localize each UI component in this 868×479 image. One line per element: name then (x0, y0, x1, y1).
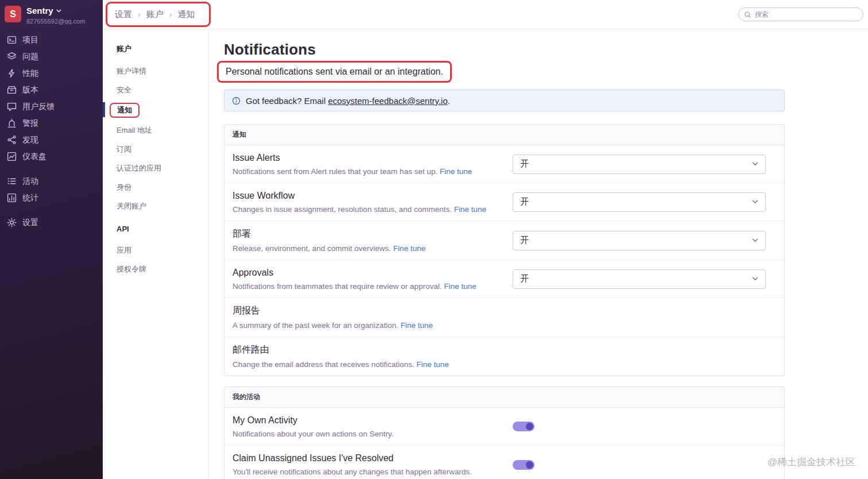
sidebar-item-discover[interactable]: 发现 (0, 132, 103, 148)
row-weekly-reports: 周报告 A summary of the past week for an or… (224, 298, 784, 337)
feedback-icon (7, 102, 17, 111)
sidebar-item-alerts[interactable]: 警报 (0, 115, 103, 132)
row-description: Notifications from teammates that requir… (232, 282, 499, 291)
select-value: 开 (520, 273, 529, 284)
settings-nav: 账户 账户详情 安全 通知 Email 地址 订阅 认证过的应用 身份 关闭账户… (103, 29, 209, 479)
breadcrumb-notifications[interactable]: 通知 (177, 9, 195, 20)
fine-tune-link[interactable]: Fine tune (416, 360, 448, 369)
primary-sidebar: S Sentry 827655592@qq.com 项目 问题 性能 版本 (0, 0, 103, 479)
row-my-own-activity: My Own Activity Notifications about your… (224, 408, 784, 446)
sidebar-item-activity[interactable]: 活动 (0, 173, 103, 190)
issue-alerts-select[interactable]: 开 (513, 154, 766, 174)
row-deploy: 部署 Release, environment, and commit over… (224, 221, 784, 260)
sidebar-item-projects[interactable]: 项目 (0, 32, 103, 48)
select-value: 开 (520, 196, 529, 207)
row-description: Release, environment, and commit overvie… (232, 244, 499, 253)
settings-icon (7, 218, 17, 227)
page-title: Notifications (224, 41, 785, 59)
fine-tune-link[interactable]: Fine tune (444, 282, 476, 291)
fine-tune-link[interactable]: Fine tune (393, 244, 425, 253)
row-desc-text: Changes in issue assignment, resolution … (232, 205, 452, 214)
discover-icon (7, 135, 17, 145)
performance-icon (7, 68, 17, 78)
row-title: 周报告 (232, 305, 499, 317)
settings-nav-item-auth-tokens[interactable]: 授权令牌 (117, 264, 208, 275)
releases-icon (7, 85, 17, 95)
row-control (513, 460, 766, 470)
sidebar-item-issues[interactable]: 问题 (0, 48, 103, 65)
panel-header: 通知 (224, 125, 784, 145)
row-desc-text: Notifications sent from Alert rules that… (232, 167, 437, 176)
issue-workflow-select[interactable]: 开 (513, 192, 766, 212)
settings-nav-item-applications[interactable]: 应用 (117, 245, 208, 256)
chevron-down-icon (752, 162, 758, 166)
settings-nav-section-account: 账户 (117, 44, 208, 54)
row-text: 部署 Release, environment, and commit over… (232, 228, 513, 253)
search-box[interactable] (738, 7, 863, 21)
row-title: Issue Workflow (232, 191, 499, 201)
settings-nav-item-close-account[interactable]: 关闭账户 (117, 200, 208, 212)
org-switcher[interactable]: S Sentry 827655592@qq.com (0, 5, 103, 32)
settings-nav-item-account-details[interactable]: 账户详情 (117, 65, 208, 77)
feedback-email-link[interactable]: ecosystem-feedback@sentry.io (328, 96, 447, 106)
settings-nav-item-subscriptions[interactable]: 订阅 (117, 144, 208, 155)
sidebar-item-stats[interactable]: 统计 (0, 190, 103, 206)
settings-nav-item-authorized-apps[interactable]: 认证过的应用 (117, 163, 208, 174)
row-email-routing: 邮件路由 Change the email address that recei… (224, 337, 784, 376)
notifications-panel: 通知 Issue Alerts Notifications sent from … (224, 124, 785, 376)
deploy-select[interactable]: 开 (513, 231, 766, 250)
sidebar-item-feedback[interactable]: 用户反馈 (0, 98, 103, 115)
row-desc-text: Notifications from teammates that requir… (232, 282, 442, 291)
org-info[interactable]: Sentry 827655592@qq.com (26, 6, 85, 25)
settings-nav-item-notifications[interactable]: 通知 (117, 105, 132, 115)
fine-tune-link[interactable]: Fine tune (401, 321, 433, 330)
row-issue-workflow: Issue Workflow Changes in issue assignme… (224, 183, 784, 221)
sidebar-item-label: 仪表盘 (22, 152, 46, 162)
row-title: Issue Alerts (232, 153, 499, 163)
search-icon (744, 11, 751, 18)
sidebar-item-label: 项目 (22, 35, 38, 45)
sidebar-item-label: 活动 (22, 176, 38, 187)
claim-unassigned-toggle[interactable] (513, 460, 534, 470)
breadcrumb-settings[interactable]: 设置 (115, 9, 132, 20)
toggle-knob (526, 423, 533, 430)
row-description: Changes in issue assignment, resolution … (232, 205, 499, 214)
row-text: 邮件路由 Change the email address that recei… (232, 344, 513, 369)
settings-nav-section-api: API (117, 225, 208, 233)
my-own-activity-toggle[interactable] (513, 422, 534, 431)
row-description: Change the email address that receives n… (232, 360, 499, 369)
sidebar-item-label: 警报 (22, 118, 38, 129)
fine-tune-link[interactable]: Fine tune (440, 167, 472, 176)
my-activity-panel: 我的活动 My Own Activity Notifications about… (224, 387, 785, 479)
approvals-select[interactable]: 开 (513, 269, 766, 289)
row-title: Claim Unassigned Issues I've Resolved (232, 453, 499, 463)
select-value: 开 (520, 159, 529, 169)
row-text: 周报告 A summary of the past week for an or… (232, 305, 513, 330)
settings-nav-item-identities[interactable]: 身份 (117, 181, 208, 193)
breadcrumb-separator: › (138, 10, 141, 19)
sidebar-item-label: 统计 (22, 193, 38, 203)
org-name: Sentry (26, 6, 53, 16)
sidebar-item-settings[interactable]: 设置 (0, 214, 103, 231)
select-value: 开 (520, 235, 529, 246)
activity-icon (7, 176, 17, 186)
chevron-down-icon (752, 238, 758, 242)
row-description: Notifications sent from Alert rules that… (232, 167, 499, 176)
sidebar-item-label: 发现 (22, 135, 38, 145)
active-indicator (103, 102, 105, 117)
sidebar-item-performance[interactable]: 性能 (0, 65, 103, 82)
issues-icon (7, 52, 17, 61)
breadcrumb-account[interactable]: 账户 (146, 9, 164, 20)
main-content: Notifications Personal notifications sen… (209, 29, 868, 479)
row-desc-text: Notifications about your own actions on … (232, 430, 393, 438)
sidebar-item-dashboards[interactable]: 仪表盘 (0, 148, 103, 165)
chevron-down-icon (752, 200, 758, 204)
search-input[interactable] (755, 10, 858, 18)
fine-tune-link[interactable]: Fine tune (454, 205, 486, 214)
sidebar-item-releases[interactable]: 版本 (0, 82, 103, 98)
alert-text-prefix: Got feedback? Email (246, 96, 328, 106)
sentry-logo[interactable]: S (5, 6, 21, 22)
settings-nav-item-security[interactable]: 安全 (117, 84, 208, 96)
settings-nav-item-email[interactable]: Email 地址 (117, 125, 208, 136)
row-text: Claim Unassigned Issues I've Resolved Yo… (232, 453, 513, 476)
